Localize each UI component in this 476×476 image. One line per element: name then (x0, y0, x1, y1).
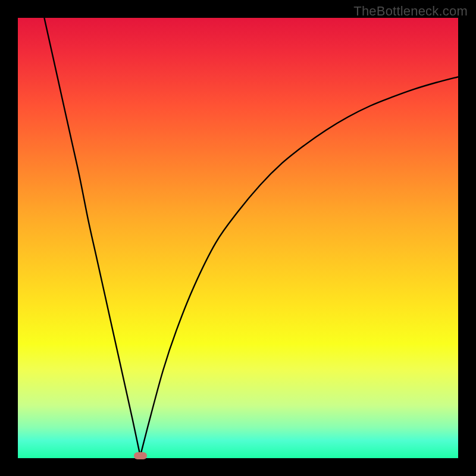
attribution-text: TheBottleneck.com (353, 4, 468, 19)
curve-path (44, 18, 458, 456)
min-marker (134, 452, 147, 459)
bottleneck-curve (18, 18, 458, 458)
